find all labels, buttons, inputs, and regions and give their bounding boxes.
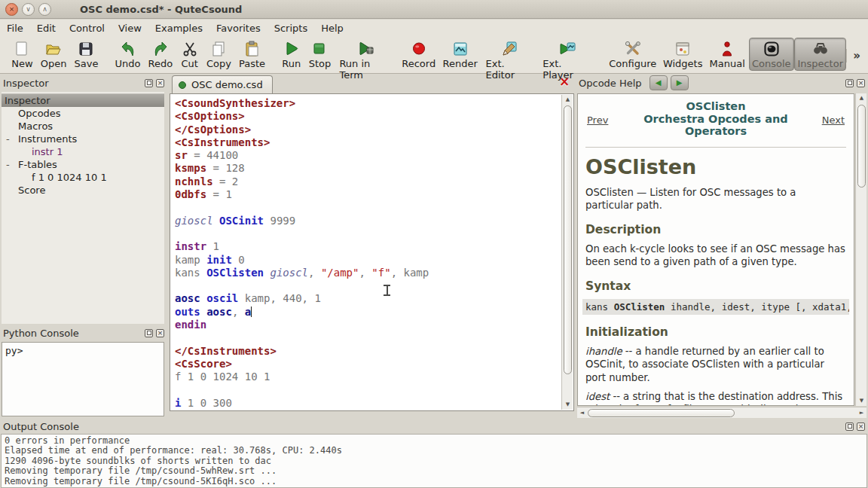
tree-item-f-1-0-1024-10-1[interactable]: f 1 0 1024 10 1 [2,171,164,184]
tree-item-instruments[interactable]: -Instruments [2,133,164,145]
code-line: </CsInstruments> [175,345,560,358]
menu-item-favorites[interactable]: Favorites [209,20,267,36]
toolbar-button-label: Cut [181,58,197,69]
window-close-icon[interactable]: × [5,3,18,16]
dock-float-icon[interactable] [845,422,854,431]
toolbar-button-label: Open [41,58,67,69]
help-page-title: Prev OSClisten Orchestra Opcodes and Ope… [585,97,846,139]
tree-item-label: Instruments [18,133,77,145]
toolbar-button-open[interactable]: Open [37,38,71,71]
scrollbar-thumb[interactable] [588,409,735,417]
toolbar-overflow-chevron-icon[interactable]: » [846,49,866,63]
toolbar-button-save[interactable]: Save [70,38,102,71]
window-minimize-icon[interactable]: ∨ [22,3,35,16]
toolbar-button-label: Stop [309,58,332,69]
tree-expander-icon[interactable]: - [6,158,10,171]
code-line: 0dbfs = 1 [175,188,560,201]
menu-item-edit[interactable]: Edit [30,20,63,36]
toolbar-button-console[interactable]: Console [749,38,795,71]
tab-osc-demo[interactable]: OSC demo.csd [172,75,273,93]
save-floppy-icon [77,40,95,58]
python-console-input[interactable]: py> [2,342,164,416]
scroll-left-icon[interactable]: ◄ [577,407,587,419]
scroll-up-icon[interactable]: ▲ [856,93,867,103]
scroll-down-icon[interactable]: ▼ [562,400,573,410]
toolbar-button-inspector[interactable]: Inspector [794,38,846,71]
help-horizontal-scrollbar[interactable]: ◄ ► [577,407,866,418]
toolbar-button-render[interactable]: Render [439,38,481,71]
help-summary: OSClisten — Listen for OSC messages to a… [585,186,846,212]
dock-close-icon[interactable]: × [156,79,164,87]
dock-float-icon[interactable] [145,79,153,87]
scroll-down-icon[interactable]: ▼ [856,396,867,406]
ext-editor-icon [500,40,518,58]
tree-expander-icon[interactable]: - [6,133,10,145]
code-line: kans OSClisten gioscl, "/amp", "f", kamp [175,267,560,279]
python-prompt: py> [5,345,23,356]
toolbar-button-cut[interactable]: Cut [176,38,203,71]
help-title-line: OSClisten [616,100,816,113]
inspector-dock-title: Inspector [3,78,49,89]
code-line [175,227,560,240]
toolbar-button-label: Record [402,58,436,69]
output-console-header: Output Console × [0,419,868,434]
scroll-right-icon[interactable]: ► [857,407,866,419]
stop-icon [310,40,329,58]
help-forward-icon[interactable]: ▶ [671,75,689,90]
menu-item-view[interactable]: View [112,20,148,36]
scrollbar-thumb[interactable] [857,105,866,188]
dock-float-icon[interactable] [145,329,153,337]
inspector-dock: Inspector × Inspector OpcodesMacros-Inst… [0,75,167,324]
output-console-text[interactable]: 0 errors in performanceElapsed time at e… [1,434,867,488]
toolbar-button-run[interactable]: Run [278,38,305,71]
dock-close-icon[interactable]: × [857,422,865,431]
tab-close-icon[interactable]: × [558,75,571,89]
toolbar-button-redo[interactable]: Redo [145,38,177,71]
toolbar-button-configure[interactable]: Configure [606,38,659,71]
menu-item-control[interactable]: Control [63,20,112,36]
tree-item-label: Macros [18,120,53,132]
tree-item-macros[interactable]: Macros [2,120,164,133]
tree-item-instr-1[interactable]: instr 1 [2,145,164,158]
tree-item-score[interactable]: Score [2,184,164,197]
toolbar-button-copy[interactable]: Copy [203,38,235,71]
toolbar-button-label: Render [443,58,478,69]
tree-item-f-tables[interactable]: -F-tables [2,158,164,171]
menu-item-scripts[interactable]: Scripts [267,20,314,36]
toolbar-button-paste[interactable]: Paste [235,38,269,71]
toolbar-button-widgets[interactable]: Widgets [659,38,706,71]
window-maximize-icon[interactable]: ∧ [38,3,51,16]
scrollbar-thumb[interactable] [564,105,572,374]
output-console-title: Output Console [3,421,79,432]
toolbar-button-new[interactable]: New [8,38,37,71]
scroll-up-icon[interactable]: ▲ [562,95,573,105]
help-back-icon[interactable]: ◀ [649,75,668,90]
toolbar-button-stop[interactable]: Stop [305,38,335,71]
inspector-tree-selected-item[interactable]: Inspector [2,93,164,107]
editor-vertical-scrollbar[interactable]: ▲ ▼ [561,95,573,410]
toolbar-button-label: Save [75,58,99,69]
help-vertical-scrollbar[interactable]: ▲ ▼ [855,93,866,406]
run-play-icon [283,40,301,58]
toolbar-button-manual[interactable]: Manual [706,38,749,71]
menu-item-help[interactable]: Help [314,20,350,36]
console-line: Elapsed time at end of performance: real… [5,446,863,456]
dock-close-icon[interactable]: × [156,329,164,337]
help-opcode-heading: OSClisten [585,155,846,178]
toolbar-button-undo[interactable]: Undo [112,38,145,71]
toolbar-button-record[interactable]: Record [399,38,439,71]
console-icon [763,40,781,58]
code-editor[interactable]: <CsoundSynthesizer><CsOptions></CsOption… [175,97,560,409]
toolbar-button-label: Inspector [797,58,843,69]
tree-item-label: Opcodes [18,108,61,119]
tab-status-dot-icon [179,81,186,89]
menu-item-file[interactable]: File [0,20,30,36]
dock-close-icon[interactable]: × [857,79,865,87]
dock-float-icon[interactable] [845,79,854,87]
menu-item-examples[interactable]: Examples [148,20,209,36]
tree-item-opcodes[interactable]: Opcodes [2,107,164,120]
help-syntax-code: kans OSClisten ihandle, idest, itype [, … [582,299,849,315]
console-line: Removing temporary file /tmp/csound-5KI6… [5,477,863,486]
help-prev-link[interactable]: Prev [587,115,608,127]
help-next-link[interactable]: Next [822,115,845,127]
